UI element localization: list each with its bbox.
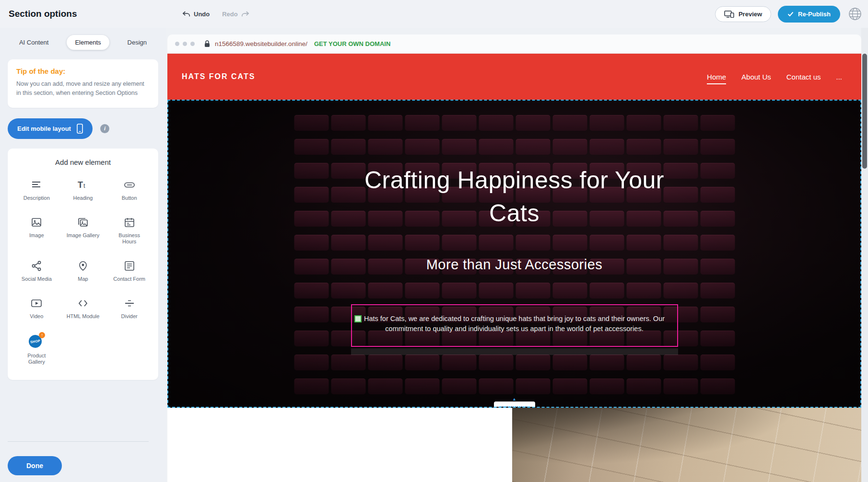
brick xyxy=(700,187,735,203)
window-control-dot xyxy=(183,42,187,46)
element-heading[interactable]: Tt Heading xyxy=(60,179,106,202)
nav-about-us[interactable]: About Us xyxy=(741,73,771,81)
brick xyxy=(700,235,735,251)
arrow-up-icon: ▲ xyxy=(512,397,516,402)
undo-redo-group: Undo Redo xyxy=(182,11,249,18)
image-gallery-icon xyxy=(77,216,89,229)
site-url[interactable]: n1566589.websitebuilder.online/ xyxy=(215,40,307,47)
brick xyxy=(700,163,735,179)
paragraph-selection-box[interactable]: Hats for Cats, we are dedicated to craft… xyxy=(351,304,678,347)
hero-paragraph[interactable]: Hats for Cats, we are dedicated to craft… xyxy=(352,305,677,334)
brick xyxy=(479,283,513,298)
element-contact-form[interactable]: Contact Form xyxy=(106,260,152,283)
section-resize-handle[interactable]: ▲ ▼ xyxy=(494,397,535,408)
done-button[interactable]: Done xyxy=(8,456,62,475)
redo-icon xyxy=(241,11,249,17)
brick xyxy=(405,115,439,131)
sidebar-tabs: AI Content Elements Design xyxy=(0,34,166,51)
brick xyxy=(331,235,365,251)
sidebar-divider xyxy=(8,441,149,442)
brick xyxy=(626,379,661,394)
element-grid: Description Tt Heading Button Image xyxy=(13,179,152,366)
brick xyxy=(331,379,365,394)
element-social-media[interactable]: Social Media xyxy=(13,260,60,283)
check-icon xyxy=(787,11,794,17)
element-map[interactable]: Map xyxy=(60,260,106,283)
brick xyxy=(626,235,661,251)
next-section[interactable] xyxy=(167,408,861,482)
hero-subheading[interactable]: More than Just Accessories xyxy=(168,257,860,273)
undo-label: Undo xyxy=(194,11,210,18)
svg-text:T: T xyxy=(78,180,83,190)
brick xyxy=(405,379,439,394)
brick xyxy=(442,235,476,251)
scrollbar-track[interactable] xyxy=(861,28,868,482)
heading-icon: Tt xyxy=(77,179,89,191)
site-logo[interactable]: HATS FOR CATS xyxy=(182,72,255,81)
brick xyxy=(479,115,513,131)
scrollbar-thumb[interactable] xyxy=(862,54,867,169)
brick xyxy=(294,187,328,203)
element-business-hours[interactable]: Business Hours xyxy=(106,216,152,246)
tab-ai-content[interactable]: AI Content xyxy=(15,35,52,50)
element-button[interactable]: Button xyxy=(106,179,152,202)
drag-handle[interactable] xyxy=(354,315,362,322)
republish-button[interactable]: Re-Publish xyxy=(778,6,840,23)
nav-contact-us[interactable]: Contact us xyxy=(786,73,821,81)
brick xyxy=(552,379,587,394)
element-video[interactable]: Video xyxy=(13,297,60,320)
undo-icon xyxy=(182,11,190,17)
brick xyxy=(700,115,735,131)
brick xyxy=(663,187,698,203)
brick xyxy=(700,307,735,322)
brick xyxy=(589,139,624,155)
edit-mobile-layout-button[interactable]: Edit mobile layout xyxy=(8,118,93,139)
brick xyxy=(700,139,735,155)
devices-icon xyxy=(724,11,734,18)
redo-label: Redo xyxy=(222,11,238,18)
brick xyxy=(479,355,513,370)
hero-section-selected[interactable]: Crafting Happiness for Your Cats More th… xyxy=(167,100,861,408)
map-icon xyxy=(77,260,89,272)
element-html-module[interactable]: HTML Module xyxy=(60,297,106,320)
brick xyxy=(294,379,328,394)
upgrade-badge-icon: ↑ xyxy=(39,332,45,338)
brick xyxy=(516,379,550,394)
element-divider[interactable]: Divider xyxy=(106,297,152,320)
brick xyxy=(663,115,698,131)
brick xyxy=(442,139,476,155)
element-description[interactable]: Description xyxy=(13,179,60,202)
tab-design[interactable]: Design xyxy=(124,35,151,50)
brick xyxy=(368,115,402,131)
tab-elements[interactable]: Elements xyxy=(67,35,109,50)
brick xyxy=(331,163,365,179)
hero-heading[interactable]: Crafting Happiness for Your Cats xyxy=(361,164,668,230)
get-your-own-domain-link[interactable]: GET YOUR OWN DOMAIN xyxy=(314,40,390,47)
lock-icon xyxy=(204,40,210,47)
brick xyxy=(663,139,698,155)
brick xyxy=(663,235,698,251)
sidebar: AI Content Elements Design Tip of the da… xyxy=(0,28,166,482)
brick xyxy=(294,139,328,155)
brick xyxy=(663,211,698,227)
brick xyxy=(368,139,402,155)
language-globe-button[interactable] xyxy=(847,6,863,22)
brick xyxy=(552,235,587,251)
element-image[interactable]: Image xyxy=(13,216,60,246)
brick xyxy=(331,187,365,203)
brick xyxy=(552,139,587,155)
nav-home[interactable]: Home xyxy=(707,73,726,81)
preview-button[interactable]: Preview xyxy=(715,6,771,22)
globe-icon xyxy=(848,7,862,21)
preview-label: Preview xyxy=(739,11,762,18)
redo-button[interactable]: Redo xyxy=(222,11,249,18)
mobile-layout-row: Edit mobile layout i xyxy=(8,118,158,139)
info-icon[interactable]: i xyxy=(100,124,109,133)
brick xyxy=(294,331,328,346)
element-image-gallery[interactable]: Image Gallery xyxy=(60,216,106,246)
site-header: HATS FOR CATS Home About Us Contact us .… xyxy=(167,54,861,100)
element-product-gallery[interactable]: SHOP ↑ Product Gallery xyxy=(13,334,60,366)
undo-button[interactable]: Undo xyxy=(182,11,210,18)
site-preview: HATS FOR CATS Home About Us Contact us .… xyxy=(167,54,861,482)
nav-more[interactable]: ... xyxy=(836,73,842,81)
